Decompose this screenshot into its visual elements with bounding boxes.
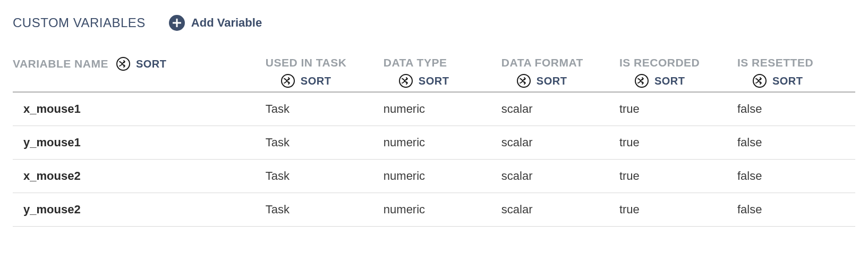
cell-recorded: true [619,160,737,193]
variables-table: VARIABLE NAME SORT USED IN TASK [13,56,855,227]
cell-dtype: numeric [384,160,501,193]
cell-recorded: true [619,193,737,227]
sort-label: SORT [136,58,167,70]
cell-resetted: false [737,160,855,193]
svg-point-4 [635,74,648,87]
cell-variable-name: x_mouse2 [13,160,266,193]
shuffle-icon [116,56,131,71]
svg-point-1 [282,74,294,87]
cell-resetted: false [737,193,855,227]
sort-by-recorded-button[interactable]: SORT [619,73,737,88]
sort-by-dtype-button[interactable]: SORT [384,73,501,88]
cell-variable-name: y_mouse1 [13,126,266,160]
cell-resetted: false [737,126,855,160]
shuffle-icon [516,73,531,88]
table-row[interactable]: x_mouse2 Task numeric scalar true false [13,160,855,193]
sort-label: SORT [537,75,567,87]
table-row[interactable]: y_mouse1 Task numeric scalar true false [13,126,855,160]
plus-icon [169,15,185,31]
cell-resetted: false [737,92,855,126]
cell-variable-name: x_mouse1 [13,92,266,126]
cell-dformat: scalar [501,92,619,126]
cell-dformat: scalar [501,193,619,227]
shuffle-icon [398,73,413,88]
cell-dformat: scalar [501,126,619,160]
shuffle-icon [634,73,649,88]
svg-point-3 [517,74,530,87]
col-header-task: USED IN TASK [266,56,384,69]
cell-task: Task [266,193,384,227]
svg-point-0 [117,57,130,70]
section-title: CUSTOM VARIABLES [13,15,146,30]
cell-recorded: true [619,92,737,126]
sort-by-resetted-button[interactable]: SORT [737,73,855,88]
cell-dtype: numeric [384,193,501,227]
sort-label: SORT [654,75,685,87]
cell-dformat: scalar [501,160,619,193]
svg-point-2 [399,74,412,87]
sort-label: SORT [419,75,449,87]
svg-point-5 [753,74,766,87]
cell-recorded: true [619,126,737,160]
cell-task: Task [266,126,384,160]
sort-label: SORT [301,75,331,87]
sort-label: SORT [772,75,803,87]
sort-by-name-button[interactable]: SORT [116,56,167,71]
col-header-name: VARIABLE NAME [13,57,108,70]
sort-by-task-button[interactable]: SORT [266,73,384,88]
add-variable-label: Add Variable [191,16,262,30]
cell-dtype: numeric [384,92,501,126]
col-header-recorded: IS RECORDED [619,56,737,69]
table-row[interactable]: y_mouse2 Task numeric scalar true false [13,193,855,227]
col-header-dtype: DATA TYPE [384,56,501,69]
shuffle-icon [280,73,295,88]
cell-variable-name: y_mouse2 [13,193,266,227]
sort-by-dformat-button[interactable]: SORT [501,73,619,88]
shuffle-icon [752,73,767,88]
col-header-dformat: DATA FORMAT [501,56,619,69]
cell-dtype: numeric [384,126,501,160]
table-row[interactable]: x_mouse1 Task numeric scalar true false [13,92,855,126]
add-variable-button[interactable]: Add Variable [169,15,262,31]
cell-task: Task [266,160,384,193]
col-header-resetted: IS RESETTED [737,56,855,69]
cell-task: Task [266,92,384,126]
